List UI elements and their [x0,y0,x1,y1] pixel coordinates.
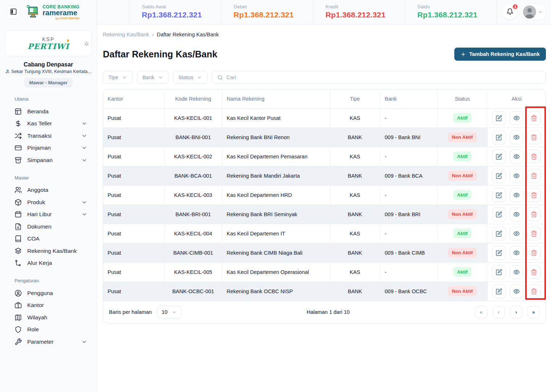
nav-section-label: Pengaturan [0,278,97,283]
sidebar-item-hari-libur[interactable]: Hari Libur [0,209,97,221]
view-button[interactable] [510,246,523,260]
cell-aksi [487,205,546,224]
delete-button[interactable] [527,169,541,183]
edit-button[interactable] [492,227,506,241]
edit-button[interactable] [492,111,506,125]
delete-button[interactable] [527,188,541,202]
delete-button[interactable] [527,150,541,163]
sidebar-item-label: Produk [27,199,45,206]
edit-button[interactable] [492,246,506,260]
edit-icon [496,115,502,121]
delete-button[interactable] [527,265,541,279]
column-header-kode[interactable]: Kode Rekening [164,90,222,108]
map-icon [15,314,22,321]
sidebar-item-wilayah[interactable]: Wilayah [0,311,97,324]
column-header-nama[interactable]: Nama Rekening [222,90,330,108]
sidebar: CORE BANKING ramerame by COOP PERTIWI KS… [0,0,97,392]
archive-icon [15,157,22,164]
user-menu[interactable] [521,4,546,20]
column-header-tipe[interactable]: Tipe [330,90,380,108]
delete-button[interactable] [527,246,541,260]
cell-tipe: KAS [330,262,380,282]
view-button[interactable] [510,265,523,279]
sidebar-item-label: Role [27,326,39,333]
search-input[interactable] [226,74,541,80]
prev-page-button[interactable]: ‹ [492,306,505,318]
table-header-row: Kantor Kode Rekening Nama Rekening Tipe … [103,90,546,108]
breadcrumb-parent[interactable]: Rekening Kas/Bank [103,32,149,37]
delete-button[interactable] [527,284,541,298]
view-button[interactable] [510,227,523,241]
cell-kode-rekening: BANK-BCA-001 [164,166,222,185]
sidebar-item-anggota[interactable]: Anggota [0,184,97,197]
column-header-kantor[interactable]: Kantor [103,90,164,108]
view-button[interactable] [510,111,523,125]
sidebar-item-transaksi[interactable]: Transaksi [0,130,97,142]
cell-kantor: Pusat [103,282,164,301]
sidebar-item-label: Beranda [27,108,49,115]
shield-icon [15,326,22,333]
next-page-button[interactable]: › [510,306,522,318]
table-row: Pusat BANK-BRI-001 Rekening Bank BRI Sem… [103,205,546,224]
last-page-button[interactable]: » [527,306,540,318]
delete-button[interactable] [527,207,541,221]
cell-bank: 009 - Bank BNI [380,128,437,147]
column-header-status[interactable]: Status [437,90,487,108]
rekening-table-card: Kantor Kode Rekening Nama Rekening Tipe … [103,89,546,323]
sidebar-toggle-button[interactable] [7,5,20,19]
delete-button[interactable] [527,111,541,125]
edit-button[interactable] [492,265,506,279]
sidebar-top: CORE BANKING ramerame by COOP PERTIWI [0,0,97,24]
rows-per-page-select[interactable]: 10 [157,306,181,319]
sidebar-item-dokumen[interactable]: Dokumen [0,221,97,233]
table-footer: Baris per halaman 10 Halaman 1 dari 10 «… [103,301,546,323]
cell-aksi [487,185,546,205]
edit-icon [496,288,502,295]
sidebar-item-simpanan[interactable]: Simpanan [0,154,97,166]
sidebar-item-produk[interactable]: Produk [0,196,97,209]
sidebar-item-parameter[interactable]: Parameter [0,336,97,348]
sidebar-item-alur-kerja[interactable]: Alur Kerja [0,257,97,270]
edit-button[interactable] [492,284,506,298]
filter-tipe[interactable]: Tipe [103,71,133,84]
sidebar-item-kantor[interactable]: Kantor [0,299,97,312]
briefcase-icon [15,302,22,309]
view-button[interactable] [510,188,523,202]
sidebar-item-label: COA [27,235,40,242]
org-collapse-button[interactable]: ◇ [85,41,88,46]
sidebar-item-role[interactable]: Role [0,324,97,336]
view-button[interactable] [510,130,523,144]
column-header-bank[interactable]: Bank [380,90,437,108]
sidebar-item-pinjaman[interactable]: Pinjaman [0,142,97,154]
sidebar-item-rekening-kas-bank[interactable]: Rekening Kas/Bank [0,245,97,257]
edit-button[interactable] [492,188,506,202]
view-button[interactable] [510,150,523,163]
edit-button[interactable] [492,130,506,144]
notification-button[interactable]: 3 [502,4,518,20]
search-box [212,71,546,84]
cell-tipe: KAS [330,108,380,128]
nav-section-label: Master [0,175,97,181]
edit-button[interactable] [492,169,506,183]
view-button[interactable] [510,207,523,221]
first-page-button[interactable]: « [475,306,487,318]
sidebar-item-pengguna[interactable]: Pengguna [0,287,97,299]
trash-icon [531,269,537,275]
filter-bank[interactable]: Bank [137,71,169,84]
view-button[interactable] [510,284,523,298]
sidebar-item-beranda[interactable]: Beranda [0,105,97,118]
org-card: KSP PERTIWI♛ ◇ [5,30,92,56]
chevron-down-icon [538,9,543,15]
cell-tipe: KAS [330,147,380,166]
view-button[interactable] [510,169,523,183]
sidebar-item-coa[interactable]: COA [0,233,97,245]
edit-button[interactable] [492,207,506,221]
add-rekening-button[interactable]: Tambah Rekening Kas/Bank [454,48,546,61]
cell-kantor: Pusat [103,185,164,205]
sidebar-item-kas-teller[interactable]: Kas Teller [0,118,97,130]
delete-button[interactable] [527,130,541,144]
delete-button[interactable] [527,227,541,241]
edit-button[interactable] [492,150,506,163]
filter-status[interactable]: Status [173,71,208,84]
stat-kredit: Kredit Rp1.368.212.321 [313,0,405,24]
